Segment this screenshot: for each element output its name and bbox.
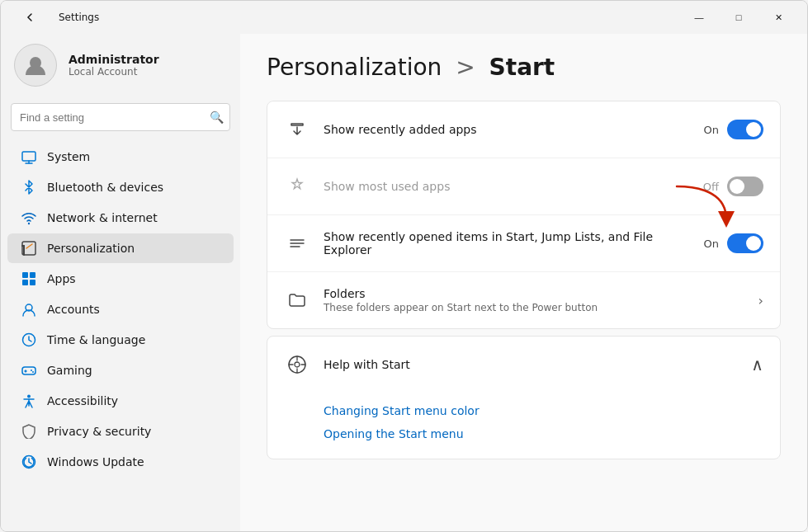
sidebar-item-accounts-label: Accounts — [47, 303, 100, 316]
time-icon — [21, 332, 37, 348]
network-icon — [21, 210, 37, 226]
minimize-button[interactable]: — — [680, 4, 718, 31]
svg-rect-1 — [22, 152, 35, 161]
system-icon — [21, 148, 37, 165]
svg-rect-11 — [30, 280, 35, 285]
sidebar-item-accounts[interactable]: Accounts — [7, 294, 234, 324]
folders-control: › — [758, 293, 763, 308]
svg-point-19 — [27, 395, 31, 398]
folders-chevron-icon: › — [758, 293, 763, 308]
close-button[interactable]: ✕ — [759, 4, 797, 31]
windows-update-icon — [21, 454, 37, 470]
accounts-icon — [21, 301, 37, 318]
back-button[interactable] — [11, 4, 49, 31]
recently-added-control: On — [704, 120, 763, 139]
sidebar-nav: System Bluetooth & devices — [1, 141, 240, 478]
most-used-status: Off — [703, 181, 719, 193]
svg-rect-9 — [30, 272, 35, 278]
recently-opened-toggle[interactable] — [727, 233, 763, 253]
svg-rect-14 — [22, 367, 35, 374]
svg-rect-8 — [22, 272, 28, 278]
svg-rect-10 — [22, 280, 28, 285]
help-header[interactable]: Help with Start ∧ — [267, 337, 780, 393]
titlebar: Settings — □ ✕ — [1, 1, 807, 34]
recently-added-status: On — [704, 124, 719, 136]
help-icon — [284, 351, 310, 378]
titlebar-left: Settings — [11, 4, 99, 31]
sidebar-item-privacy-label: Privacy & security — [47, 425, 151, 438]
apps-icon — [21, 271, 37, 287]
recently-opened-text: Show recently opened items in Start, Jum… — [324, 230, 691, 257]
search-input[interactable] — [11, 103, 230, 131]
search-button[interactable]: 🔍 — [210, 111, 224, 124]
sidebar-item-privacy[interactable]: Privacy & security — [7, 417, 234, 446]
personalization-icon — [21, 240, 37, 257]
search-box: 🔍 — [11, 103, 230, 131]
recently-added-text: Show recently added apps — [324, 123, 691, 136]
recently-opened-icon — [284, 230, 310, 257]
help-link-color[interactable]: Changing Start menu color — [324, 399, 763, 422]
user-info: Administrator Local Account — [69, 53, 159, 78]
recently-opened-label: Show recently opened items in Start, Jum… — [324, 230, 691, 257]
setting-most-used: Show most used apps Off — [267, 158, 780, 215]
content-area: Administrator Local Account 🔍 — [1, 34, 807, 531]
page-header: Personalization > Start — [267, 54, 781, 81]
privacy-icon — [21, 423, 37, 440]
user-section[interactable]: Administrator Local Account — [1, 34, 240, 100]
user-name: Administrator — [69, 53, 159, 66]
sidebar-item-windows-update-label: Windows Update — [47, 455, 144, 468]
recently-added-label: Show recently added apps — [324, 123, 691, 136]
help-link-open[interactable]: Opening the Start menu — [324, 422, 763, 445]
window-title: Settings — [59, 12, 99, 23]
gaming-icon — [21, 362, 37, 379]
sidebar-item-system-label: System — [47, 150, 90, 163]
titlebar-controls: — □ ✕ — [680, 4, 797, 31]
bluetooth-icon — [21, 179, 37, 195]
help-links: Changing Start menu color Opening the St… — [267, 393, 780, 459]
sidebar-item-bluetooth[interactable]: Bluetooth & devices — [7, 172, 234, 202]
folders-label: Folders — [324, 287, 745, 300]
accessibility-icon — [21, 393, 37, 409]
recently-opened-status: On — [704, 238, 719, 250]
sidebar-item-gaming[interactable]: Gaming — [7, 355, 234, 385]
maximize-button[interactable]: □ — [720, 4, 758, 31]
setting-recently-added: Show recently added apps On — [267, 101, 780, 158]
folders-icon — [284, 287, 310, 313]
help-title: Help with Start — [324, 358, 410, 371]
sidebar-item-personalization[interactable]: Personalization — [7, 233, 234, 263]
svg-point-18 — [32, 371, 34, 373]
recently-opened-control: On — [704, 233, 763, 253]
most-used-toggle[interactable] — [727, 177, 763, 196]
most-used-control: Off — [703, 177, 763, 196]
sidebar-item-accessibility[interactable]: Accessibility — [7, 386, 234, 416]
sidebar-item-accessibility-label: Accessibility — [47, 394, 118, 407]
sidebar-item-system[interactable]: System — [7, 142, 234, 172]
user-role: Local Account — [69, 66, 159, 78]
most-used-text: Show most used apps — [324, 180, 690, 193]
main-content: Personalization > Start Show recently ad… — [240, 34, 807, 531]
sidebar-item-apps[interactable]: Apps — [7, 264, 234, 294]
settings-card: Show recently added apps On — [267, 101, 781, 329]
help-collapse-icon: ∧ — [751, 355, 763, 374]
breadcrumb-parent: Personalization — [267, 54, 442, 81]
sidebar-item-network-label: Network & internet — [47, 211, 158, 224]
sidebar-item-gaming-label: Gaming — [47, 364, 92, 377]
sidebar-item-windows-update[interactable]: Windows Update — [7, 447, 234, 477]
recently-added-icon — [284, 116, 310, 143]
help-header-left: Help with Start — [284, 351, 410, 378]
most-used-icon — [284, 173, 310, 200]
breadcrumb-current: Start — [489, 54, 555, 81]
recently-added-toggle[interactable] — [727, 120, 763, 139]
setting-recently-opened: Show recently opened items in Start, Jum… — [267, 215, 780, 272]
folders-text: Folders These folders appear on Start ne… — [324, 287, 745, 313]
svg-point-4 — [28, 223, 30, 224]
sidebar-item-time[interactable]: Time & language — [7, 325, 234, 355]
svg-point-17 — [31, 370, 32, 371]
folders-sublabel: These folders appear on Start next to th… — [324, 302, 745, 313]
breadcrumb-separator: > — [456, 54, 475, 81]
sidebar-item-network[interactable]: Network & internet — [7, 203, 234, 233]
setting-folders[interactable]: Folders These folders appear on Start ne… — [267, 272, 780, 328]
sidebar: Administrator Local Account 🔍 — [1, 34, 240, 531]
sidebar-item-personalization-label: Personalization — [47, 242, 135, 255]
sidebar-item-time-label: Time & language — [47, 333, 145, 346]
